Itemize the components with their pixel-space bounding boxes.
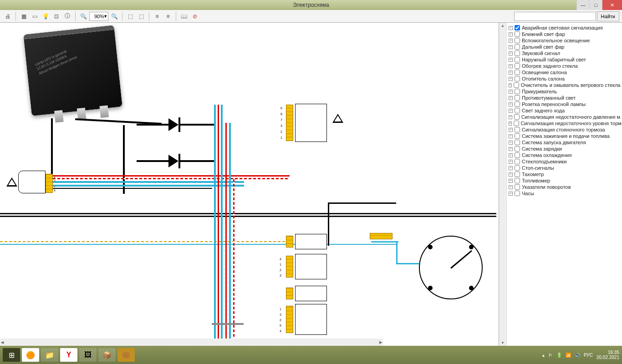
system-item[interactable]: +Аварийная световая сигнализация <box>509 25 620 31</box>
expand-icon[interactable]: + <box>509 141 513 145</box>
system-checkbox[interactable] <box>515 184 520 190</box>
expand-icon[interactable]: + <box>509 121 512 126</box>
system-item[interactable]: +Стоп-сигналы <box>509 165 620 171</box>
system-item[interactable]: +Указатели поворотов <box>509 184 620 190</box>
system-item[interactable]: +Стеклоподъемники <box>509 158 620 165</box>
tray-language[interactable]: РУС <box>584 353 593 358</box>
system-checkbox[interactable] <box>515 133 520 139</box>
expand-icon[interactable]: + <box>509 192 513 196</box>
print-button[interactable]: 🖨 <box>3 11 13 21</box>
search-button[interactable]: Найти <box>597 11 619 21</box>
start-button[interactable]: ⊞ <box>3 348 20 362</box>
expand-icon[interactable]: + <box>509 77 513 81</box>
zoom-combo[interactable]: 90% ▾ <box>89 12 108 21</box>
system-item[interactable]: +Ближний свет фар <box>509 31 620 37</box>
system-checkbox[interactable] <box>514 82 519 88</box>
maximize-button[interactable]: □ <box>589 0 602 10</box>
tray-clock[interactable]: 16:35 20.02.2021 <box>597 350 619 360</box>
system-item[interactable]: +Система зажигания и подачи топлива <box>509 133 620 139</box>
expand-icon[interactable]: + <box>509 32 513 36</box>
system-checkbox[interactable] <box>515 25 520 30</box>
list-2-button[interactable]: ≡ <box>163 11 173 21</box>
expand-icon[interactable]: + <box>509 153 513 157</box>
expand-icon[interactable]: + <box>509 179 513 183</box>
system-checkbox[interactable] <box>515 63 520 69</box>
system-checkbox[interactable] <box>514 121 519 126</box>
zoom-out-button[interactable]: 🔍 <box>78 11 88 21</box>
taskbar-app-wheel[interactable]: 🛞 <box>117 348 135 362</box>
system-item[interactable]: +Отопитель салона <box>509 76 620 82</box>
highlight-button[interactable]: 💡 <box>41 11 51 21</box>
system-item[interactable]: +Свет заднего хода <box>509 107 620 114</box>
system-item[interactable]: +Освещение салона <box>509 69 620 76</box>
system-item[interactable]: +Система запуска двигателя <box>509 139 620 146</box>
system-checkbox[interactable] <box>515 51 520 56</box>
fit-button[interactable]: ⊡ <box>51 11 61 21</box>
expand-icon[interactable]: + <box>509 83 512 87</box>
system-checkbox[interactable] <box>515 38 520 43</box>
system-checkbox[interactable] <box>515 70 520 75</box>
expand-icon[interactable]: + <box>509 58 513 62</box>
system-checkbox[interactable] <box>515 140 520 145</box>
zoom-in-button[interactable]: 🔍 <box>109 11 119 21</box>
system-checkbox[interactable] <box>515 108 520 113</box>
taskbar-app-browser[interactable]: 🟠 <box>22 348 39 362</box>
system-item[interactable]: +Часы <box>509 190 620 197</box>
tray-wifi-icon[interactable]: 📶 <box>566 353 571 358</box>
expand-icon[interactable]: + <box>509 128 513 132</box>
system-item[interactable]: +Звуковой сигнал <box>509 50 620 56</box>
select-area-1-button[interactable]: ⬚ <box>125 11 135 21</box>
expand-icon[interactable]: + <box>509 51 513 56</box>
expand-icon[interactable]: + <box>509 160 513 164</box>
system-item[interactable]: +Топливомер <box>509 177 620 184</box>
search-input[interactable] <box>514 12 596 21</box>
system-checkbox[interactable] <box>515 178 520 183</box>
select-area-2-button[interactable]: ⬚ <box>136 11 146 21</box>
system-checkbox[interactable] <box>515 159 520 164</box>
system-checkbox[interactable] <box>515 172 520 177</box>
expand-icon[interactable]: + <box>509 64 513 68</box>
scroll-left-icon[interactable]: ◀ <box>1 340 4 344</box>
stop-button[interactable]: ⊘ <box>190 11 200 21</box>
taskbar-app-files[interactable]: 📁 <box>41 348 58 362</box>
close-button[interactable]: ✕ <box>602 0 622 10</box>
expand-icon[interactable]: + <box>509 172 513 177</box>
system-checkbox[interactable] <box>515 127 520 132</box>
expand-icon[interactable]: + <box>509 109 513 113</box>
expand-icon[interactable]: + <box>509 96 513 100</box>
system-checkbox[interactable] <box>515 191 520 196</box>
system-item[interactable]: +Система охлаждения <box>509 152 620 158</box>
layout-grid-button[interactable]: ▦ <box>19 11 29 21</box>
expand-icon[interactable]: + <box>509 115 512 119</box>
expand-icon[interactable]: + <box>509 71 513 75</box>
system-item[interactable]: +Сигнализация недостаточного давления м <box>509 114 620 120</box>
system-item[interactable]: +Дальний свет фар <box>509 44 620 50</box>
tray-flag-icon[interactable]: 🏳 <box>548 353 553 358</box>
system-item[interactable]: +Вспомогательное освещение <box>509 37 620 44</box>
scrollbar-vertical[interactable]: ▲ ▼ <box>499 23 506 346</box>
system-checkbox[interactable] <box>515 95 520 101</box>
system-item[interactable]: +Сигнализация недостаточного уровня торм <box>509 120 620 126</box>
system-checkbox[interactable] <box>515 76 520 81</box>
system-checkbox[interactable] <box>515 146 520 152</box>
expand-icon[interactable]: + <box>509 134 513 138</box>
tray-chevron-up-icon[interactable]: ▴ <box>542 353 545 358</box>
expand-icon[interactable]: + <box>509 185 513 189</box>
system-checkbox[interactable] <box>515 89 520 94</box>
system-checkbox[interactable] <box>515 101 520 107</box>
expand-icon[interactable]: + <box>509 166 513 170</box>
system-item[interactable]: +Очиститель и омыватель ветрового стекла <box>509 82 620 88</box>
taskbar-app-winrar[interactable]: 📦 <box>98 348 116 362</box>
scrollbar-horizontal[interactable]: ◀ ▶ <box>0 339 383 346</box>
taskbar-app-yandex[interactable]: Y <box>60 348 77 362</box>
tray-battery-icon[interactable]: 🔋 <box>556 353 562 358</box>
system-checkbox[interactable] <box>515 57 520 62</box>
expand-icon[interactable]: + <box>509 90 513 94</box>
layout-rect-button[interactable]: ▭ <box>30 11 40 21</box>
system-item[interactable]: +Наружный габаритный свет <box>509 56 620 63</box>
system-item[interactable]: +Прикуриватель <box>509 88 620 95</box>
taskbar-app-photos[interactable]: 🖼 <box>79 348 97 362</box>
list-1-button[interactable]: ≡ <box>152 11 162 21</box>
system-item[interactable]: +Розетка переносной лампы <box>509 101 620 107</box>
expand-icon[interactable]: + <box>509 39 513 43</box>
